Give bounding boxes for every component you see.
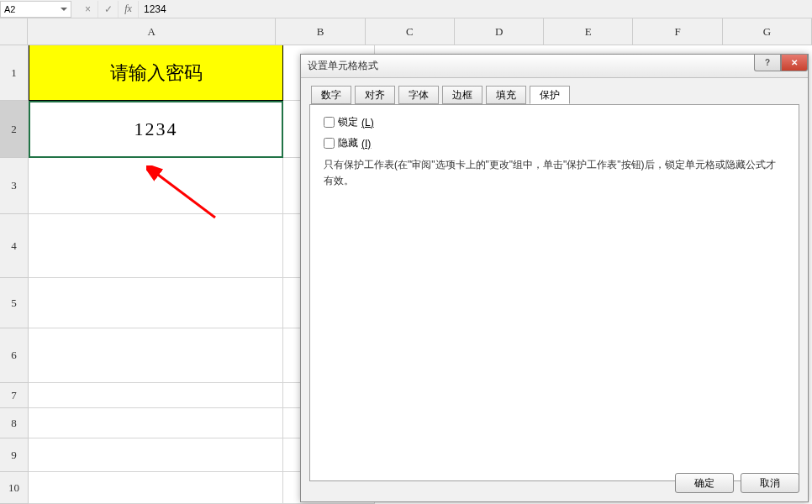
row-header-3[interactable]: 3 bbox=[0, 158, 29, 214]
formula-bar: A2 × ✓ fx 1234 bbox=[0, 0, 812, 18]
select-all-corner[interactable] bbox=[0, 18, 28, 45]
name-box[interactable]: A2 bbox=[0, 1, 71, 18]
cell-a4[interactable] bbox=[29, 214, 283, 278]
cancel-button[interactable]: 取消 bbox=[741, 473, 799, 493]
cell-a1[interactable]: 请输入密码 bbox=[29, 45, 283, 101]
tab-border[interactable]: 边框 bbox=[442, 86, 482, 104]
close-button[interactable]: ✕ bbox=[781, 55, 808, 71]
cell-a6[interactable] bbox=[29, 328, 283, 383]
name-box-text: A2 bbox=[4, 4, 61, 14]
lock-checkbox[interactable] bbox=[324, 117, 335, 128]
formula-input[interactable]: 1234 bbox=[139, 3, 812, 15]
hide-checkbox-row[interactable]: 隐藏(I) bbox=[324, 136, 785, 150]
ok-button[interactable]: 确定 bbox=[675, 473, 734, 493]
hide-label: 隐藏 bbox=[338, 136, 358, 150]
col-header-e[interactable]: E bbox=[544, 18, 633, 45]
protect-note: 只有保护工作表(在"审阅"选项卡上的"更改"组中，单击"保护工作表"按钮)后，锁… bbox=[324, 157, 785, 189]
formula-confirm-icon[interactable]: ✓ bbox=[98, 1, 119, 18]
dialog-tabs: 数字 对齐 字体 边框 填充 保护 bbox=[309, 85, 799, 105]
lock-label: 锁定 bbox=[338, 115, 358, 129]
cell-a7[interactable] bbox=[29, 383, 283, 408]
name-box-dropdown-icon[interactable] bbox=[61, 8, 67, 11]
tab-fill[interactable]: 填充 bbox=[486, 86, 526, 104]
col-header-d[interactable]: D bbox=[455, 18, 544, 45]
row-headers: 1 2 3 4 5 6 7 8 9 10 bbox=[0, 45, 29, 504]
formula-cancel-icon[interactable]: × bbox=[78, 1, 98, 18]
hide-accel: (I) bbox=[361, 138, 371, 150]
row-header-4[interactable]: 4 bbox=[0, 214, 29, 278]
dialog-titlebar[interactable]: 设置单元格格式 ? ✕ bbox=[301, 55, 808, 78]
hide-checkbox[interactable] bbox=[324, 138, 335, 149]
col-header-a[interactable]: A bbox=[28, 18, 276, 45]
help-button[interactable]: ? bbox=[754, 55, 781, 71]
col-header-c[interactable]: C bbox=[366, 18, 455, 45]
format-cells-dialog: 设置单元格格式 ? ✕ 数字 对齐 字体 边框 填充 保护 锁定(L) 隐藏(I… bbox=[300, 54, 809, 502]
dialog-title: 设置单元格格式 bbox=[308, 59, 378, 73]
tab-font[interactable]: 字体 bbox=[398, 86, 439, 104]
column-headers: A B C D E F G bbox=[0, 18, 812, 45]
col-header-f[interactable]: F bbox=[633, 18, 722, 45]
col-header-g[interactable]: G bbox=[723, 18, 812, 45]
lock-checkbox-row[interactable]: 锁定(L) bbox=[324, 115, 785, 129]
row-header-10[interactable]: 10 bbox=[0, 472, 29, 504]
cell-a1-text: 请输入密码 bbox=[110, 60, 203, 86]
cell-a8[interactable] bbox=[29, 408, 283, 438]
row-header-6[interactable]: 6 bbox=[0, 328, 29, 383]
cell-a5[interactable] bbox=[29, 278, 283, 328]
cell-a2-text: 1234 bbox=[134, 118, 178, 140]
protect-panel: 锁定(L) 隐藏(I) 只有保护工作表(在"审阅"选项卡上的"更改"组中，单击"… bbox=[309, 105, 799, 481]
cell-a2[interactable]: 1234 bbox=[29, 101, 283, 158]
tab-align[interactable]: 对齐 bbox=[355, 86, 395, 104]
tab-number[interactable]: 数字 bbox=[311, 86, 351, 104]
cell-a3[interactable] bbox=[29, 158, 283, 214]
lock-accel: (L) bbox=[361, 117, 374, 129]
row-header-2[interactable]: 2 bbox=[0, 101, 29, 158]
fx-icon[interactable]: fx bbox=[119, 1, 139, 18]
row-header-5[interactable]: 5 bbox=[0, 278, 29, 328]
row-header-8[interactable]: 8 bbox=[0, 408, 29, 438]
cell-a9[interactable] bbox=[29, 438, 283, 472]
tab-protect[interactable]: 保护 bbox=[530, 86, 570, 104]
cell-a10[interactable] bbox=[29, 472, 283, 504]
row-header-1[interactable]: 1 bbox=[0, 45, 29, 101]
col-header-b[interactable]: B bbox=[276, 18, 365, 45]
row-header-7[interactable]: 7 bbox=[0, 383, 29, 408]
row-header-9[interactable]: 9 bbox=[0, 438, 29, 472]
